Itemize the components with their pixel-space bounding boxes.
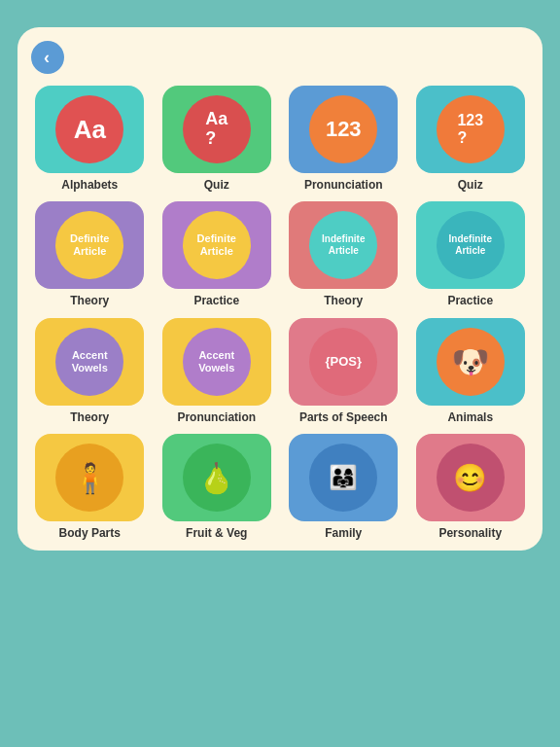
tile-label-alphabets: Alphabets	[61, 178, 118, 192]
tile-icon-quiz1: Aa?	[162, 86, 271, 173]
back-button[interactable]: ‹	[31, 41, 64, 74]
tile-label-quiz2: Quiz	[458, 178, 483, 192]
tile-icon-def-article-practice: DefiniteArticle	[162, 201, 271, 289]
tile-animals[interactable]: 🐶Animals	[412, 318, 530, 424]
tile-label-quiz1: Quiz	[204, 178, 229, 192]
tile-quiz2[interactable]: 123?Quiz	[412, 86, 530, 192]
tile-label-family: Family	[325, 526, 362, 540]
tile-icon-indef-article-theory: IndefiniteArticle	[289, 201, 398, 289]
tile-label-animals: Animals	[447, 410, 493, 424]
tile-parts-of-speech[interactable]: {POS}Parts of Speech	[285, 318, 402, 424]
tile-label-accent-vowels-theory: Theory	[70, 410, 109, 424]
tile-icon-quiz2: 123?	[416, 86, 525, 173]
tile-indef-article-theory[interactable]: IndefiniteArticleTheory	[285, 201, 402, 307]
tile-icon-animals: 🐶	[416, 318, 525, 406]
tile-icon-family: 👨‍👩‍👧	[289, 434, 398, 521]
tile-label-parts-of-speech: Parts of Speech	[299, 410, 388, 424]
card-header: ‹	[31, 41, 529, 74]
tile-icon-parts-of-speech: {POS}	[289, 318, 398, 406]
tile-icon-def-article-theory: DefiniteArticle	[35, 201, 144, 289]
tile-indef-article-practice[interactable]: IndefiniteArticlePractice	[412, 201, 530, 307]
back-icon: ‹	[44, 48, 50, 68]
tile-label-indef-article-theory: Theory	[324, 294, 363, 307]
tile-label-fruit-veg: Fruit & Veg	[186, 526, 247, 540]
tile-icon-body-parts: 🧍	[35, 434, 144, 521]
tile-label-pronunciation: Pronunciation	[304, 178, 383, 192]
tile-body-parts[interactable]: 🧍Body Parts	[31, 434, 149, 540]
tile-label-def-article-theory: Theory	[70, 294, 109, 307]
tile-label-body-parts: Body Parts	[59, 526, 121, 540]
main-card: ‹ AaAlphabetsAa?Quiz123Pronunciation123?…	[18, 27, 542, 551]
tile-def-article-practice[interactable]: DefiniteArticlePractice	[158, 201, 276, 307]
tile-label-indef-article-practice: Practice	[447, 294, 493, 307]
tile-def-article-theory[interactable]: DefiniteArticleTheory	[31, 201, 149, 307]
tile-icon-indef-article-practice: IndefiniteArticle	[416, 201, 525, 289]
tile-icon-fruit-veg: 🍐	[162, 434, 271, 521]
tile-label-personality: Personality	[438, 526, 502, 540]
tile-icon-personality: 😊	[416, 434, 525, 521]
tile-icon-accent-vowels-pronun: AccentVowels	[162, 318, 271, 406]
tile-family[interactable]: 👨‍👩‍👧Family	[285, 434, 402, 540]
tile-personality[interactable]: 😊Personality	[412, 434, 530, 540]
tile-icon-accent-vowels-theory: AccentVowels	[35, 318, 144, 406]
tile-pronunciation[interactable]: 123Pronunciation	[285, 86, 402, 192]
tile-icon-alphabets: Aa	[35, 86, 144, 173]
tile-label-accent-vowels-pronun: Pronunciation	[177, 410, 256, 424]
tile-label-def-article-practice: Practice	[193, 294, 239, 307]
tile-accent-vowels-theory[interactable]: AccentVowelsTheory	[31, 318, 149, 424]
tile-quiz1[interactable]: Aa?Quiz	[158, 86, 276, 192]
tiles-grid: AaAlphabetsAa?Quiz123Pronunciation123?Qu…	[31, 86, 529, 541]
tile-fruit-veg[interactable]: 🍐Fruit & Veg	[158, 434, 276, 540]
tile-alphabets[interactable]: AaAlphabets	[31, 86, 149, 192]
tile-accent-vowels-pronun[interactable]: AccentVowelsPronunciation	[158, 318, 276, 424]
tile-icon-pronunciation: 123	[289, 86, 398, 173]
